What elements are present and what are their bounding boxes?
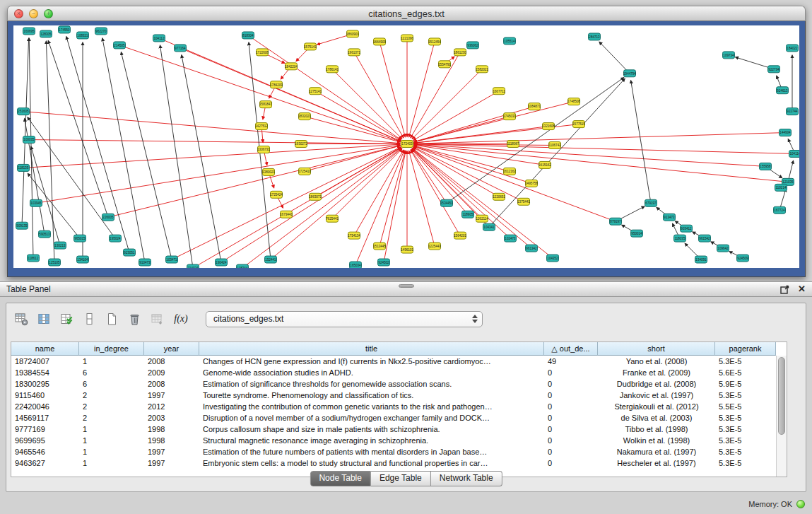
graph-node[interactable]: 165034: [350, 262, 362, 268]
graph-node[interactable]: 913473: [664, 214, 676, 221]
table-cell[interactable]: 0: [544, 412, 598, 424]
graph-node[interactable]: 134091: [695, 256, 707, 263]
graph-node[interactable]: 1512454: [428, 38, 441, 45]
graph-edge[interactable]: [23, 144, 400, 168]
column-header-out_degree[interactable]: △ out_de...: [544, 342, 598, 356]
graph-node[interactable]: 118612: [28, 255, 40, 262]
column-header-year[interactable]: year: [144, 342, 199, 356]
table-cell[interactable]: 2: [79, 401, 144, 412]
table-cell[interactable]: Investigating the contribution of common…: [199, 401, 544, 412]
graph-edge[interactable]: [414, 102, 574, 142]
graph-edge[interactable]: [29, 140, 400, 144]
graph-node[interactable]: 1581847: [259, 101, 272, 108]
table-scrollbar[interactable]: [776, 356, 787, 477]
graph-node[interactable]: 144934: [779, 129, 792, 136]
table-row[interactable]: 946554611997Estimation of the future num…: [11, 446, 787, 457]
graph-node[interactable]: 1861230: [454, 49, 466, 56]
minimize-window-button[interactable]: −: [29, 9, 38, 18]
table-cell[interactable]: Estimation of significance thresholds fo…: [199, 378, 544, 390]
graph-node[interactable]: 924502: [378, 259, 390, 266]
close-window-button[interactable]: ×: [14, 9, 23, 18]
graph-node[interactable]: 167724: [774, 206, 786, 214]
table-cell[interactable]: 14569117: [11, 412, 79, 424]
graph-node[interactable]: 590513: [39, 230, 51, 238]
table-cell[interactable]: 2008: [144, 356, 199, 367]
graph-edge[interactable]: [411, 150, 447, 203]
graph-node[interactable]: 923051: [124, 249, 136, 256]
graph-node[interactable]: 1262114: [476, 215, 488, 222]
graph-node[interactable]: 104112: [153, 35, 165, 42]
graph-node[interactable]: 1725410: [298, 168, 311, 175]
graph-node[interactable]: 1225443: [428, 243, 441, 250]
graph-edge[interactable]: [379, 151, 405, 246]
table-cell[interactable]: 1997: [144, 457, 199, 469]
table-row[interactable]: 2242004622012Investigating the contribut…: [11, 401, 787, 412]
table-cell[interactable]: 18300295: [11, 378, 79, 390]
table-row[interactable]: 911546021997Tourette syndrome. Phenomeno…: [11, 390, 787, 401]
graph-node[interactable]: 1513445: [373, 243, 386, 250]
table-cell[interactable]: 5.6E-5: [715, 367, 776, 378]
graph-node[interactable]: 118035: [674, 235, 686, 242]
graph-node[interactable]: 1673441: [280, 211, 293, 218]
table-cell[interactable]: 22420046: [11, 401, 79, 412]
graph-node[interactable]: 100035: [23, 136, 35, 144]
table-cell[interactable]: Wolkin et al. (1998): [598, 435, 715, 446]
graph-node[interactable]: 7625441: [326, 215, 339, 222]
graph-node[interactable]: 922744: [787, 108, 799, 115]
table-cell[interactable]: Yano et al. (2008): [598, 356, 715, 367]
graph-node[interactable]: 1575141: [304, 43, 317, 50]
graph-edge[interactable]: [315, 91, 401, 141]
edit-columns-button[interactable]: [57, 310, 76, 328]
table-row[interactable]: 977716911998Corpus callosum shape and si…: [11, 424, 787, 435]
graph-edge[interactable]: [414, 145, 545, 165]
graph-edge[interactable]: [121, 52, 172, 259]
graph-node[interactable]: 184022: [787, 45, 799, 52]
graph-node[interactable]: 251605: [18, 108, 30, 115]
table-cell[interactable]: 1997: [144, 446, 199, 457]
table-cell[interactable]: 2003: [144, 412, 199, 424]
delete-column-button[interactable]: [125, 310, 143, 328]
column-header-short[interactable]: short: [598, 342, 715, 356]
graph-node[interactable]: 1944794: [623, 70, 636, 77]
table-cell[interactable]: Franke et al. (2009): [598, 367, 715, 378]
graph-node[interactable]: 1577515: [572, 121, 585, 128]
graph-node[interactable]: 195024: [110, 235, 122, 242]
scrollbar-thumb[interactable]: [778, 357, 785, 435]
create-column-button[interactable]: [102, 310, 121, 328]
graph-edge[interactable]: [414, 144, 795, 154]
graph-node[interactable]: 1375441: [517, 198, 530, 205]
graph-node[interactable]: 1664909: [373, 38, 386, 45]
graph-node[interactable]: 1220651: [493, 193, 505, 200]
graph-node[interactable]: 1832021: [298, 113, 311, 120]
graph-edge[interactable]: [108, 146, 400, 217]
graph-node[interactable]: 1564201: [454, 232, 466, 239]
graph-node[interactable]: 936062: [467, 42, 479, 49]
graph-edge[interactable]: [413, 146, 616, 221]
table-cell[interactable]: 5.5E-5: [715, 401, 776, 412]
table-cell[interactable]: 1: [79, 457, 144, 469]
graph-node[interactable]: 1084871: [528, 103, 541, 110]
table-row[interactable]: 969969511998Structural magnetic resonanc…: [11, 435, 787, 446]
graph-node[interactable]: 1496101: [401, 246, 413, 253]
graph-node[interactable]: 1275141: [309, 88, 322, 95]
graph-node[interactable]: 1784209: [270, 81, 283, 88]
graph-node[interactable]: 1582021: [476, 66, 488, 73]
graph-edge[interactable]: [414, 107, 534, 142]
graph-edge[interactable]: [66, 37, 129, 253]
table-cell[interactable]: 2: [79, 412, 144, 424]
table-row[interactable]: 1830029562008Estimation of significance …: [11, 378, 787, 390]
table-cell[interactable]: Estimation of the future numbers of pati…: [199, 446, 544, 457]
graph-node[interactable]: 950014: [631, 230, 643, 237]
graph-node[interactable]: 1754134: [348, 232, 360, 239]
table-cell[interactable]: 18724007: [11, 356, 79, 367]
graph-node[interactable]: 214024: [187, 264, 199, 268]
table-cell[interactable]: Changes of HCN gene expression and I(f) …: [199, 356, 544, 367]
graph-node[interactable]: 109642: [717, 245, 729, 252]
graph-node[interactable]: 1221396: [401, 35, 413, 42]
table-cell[interactable]: Embryonic stem cells: a model to study s…: [199, 457, 544, 469]
table-cell[interactable]: 1998: [144, 435, 199, 446]
graph-edge[interactable]: [409, 42, 435, 137]
graph-node[interactable]: 155958: [760, 163, 772, 170]
graph-edge[interactable]: [25, 118, 45, 234]
graph-node[interactable]: 103945: [30, 199, 42, 206]
